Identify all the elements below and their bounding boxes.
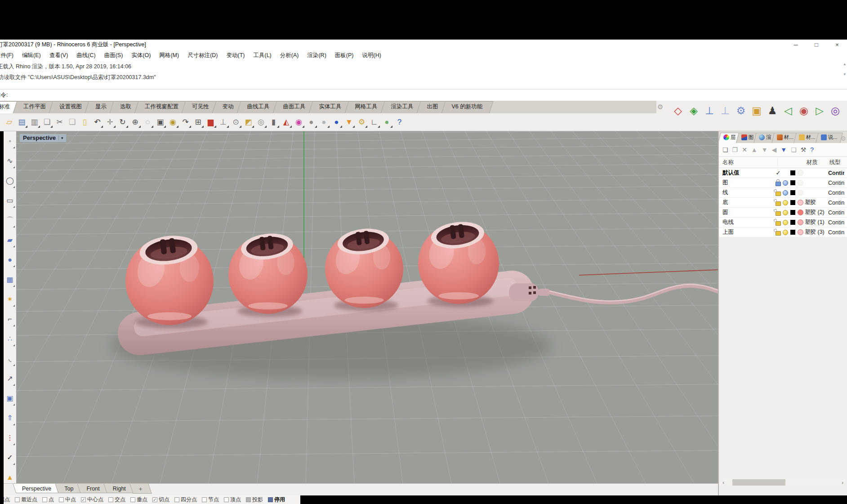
shaded-view-icon[interactable]: ● <box>306 116 317 128</box>
ghosted-view-icon[interactable]: ● <box>318 116 330 128</box>
toolbar-tab-2[interactable]: 工作平面 <box>17 101 53 113</box>
array-icon[interactable]: ⋮ <box>4 428 16 448</box>
history-scrollbar[interactable]: ▴ ▾ <box>843 62 846 76</box>
material-swatch[interactable] <box>798 170 803 176</box>
zoom-extents-icon[interactable]: ▣ <box>155 116 166 128</box>
osnap-顶点[interactable]: 顶点 <box>224 496 241 504</box>
edit-box-icon[interactable]: ▣ <box>750 104 763 117</box>
layer-color-swatch[interactable] <box>790 230 795 235</box>
copy-icon[interactable]: ❏ <box>67 116 78 128</box>
save-icon[interactable]: ▤ <box>16 116 27 128</box>
cplane-front-icon[interactable]: ⊥ <box>719 104 731 117</box>
point-icon[interactable]: ◦ <box>4 131 16 151</box>
layer-color-swatch[interactable] <box>790 180 795 185</box>
osnap-checkbox[interactable] <box>108 497 113 502</box>
shaded-cube-icon[interactable]: ◈ <box>687 104 700 117</box>
history-icon[interactable]: ∟ <box>369 116 380 128</box>
viewport-tab-front[interactable]: Front <box>80 484 105 494</box>
osnap-点[interactable]: 点 <box>42 496 54 504</box>
maximize-button[interactable]: □ <box>813 41 820 48</box>
toolbar-tab-12[interactable]: 网格工具 <box>348 101 384 113</box>
toolbar-tab-11[interactable]: 实体工具 <box>312 101 348 113</box>
group-icon[interactable]: ∴ <box>4 329 16 349</box>
osnap-投影[interactable]: 投影 <box>246 496 263 504</box>
layer-color-swatch[interactable] <box>790 210 795 215</box>
osnap-中点[interactable]: 中点 <box>59 496 76 504</box>
tab-notes[interactable]: 说... <box>818 132 840 143</box>
scroll-right-icon[interactable]: › <box>839 480 846 485</box>
toolbar-tab-7[interactable]: 可见性 <box>185 101 216 113</box>
layer-row-默认值[interactable]: 默认值✓Continuous <box>719 168 847 178</box>
osnap-垂点[interactable]: 垂点 <box>130 496 147 504</box>
prev-view-icon[interactable]: ◁ <box>782 104 794 117</box>
open-file-icon[interactable]: ▱ <box>4 116 15 128</box>
undo-view-icon[interactable]: ↷ <box>180 116 191 128</box>
cut-icon[interactable]: ✂ <box>54 116 65 128</box>
menu-item-7[interactable]: 网格(M) <box>159 52 179 59</box>
rotate-cube-icon[interactable]: ◇ <box>672 104 684 117</box>
toolbar-tab-13[interactable]: 渲染工具 <box>384 101 420 113</box>
toolbar-tab-10[interactable]: 曲面工具 <box>276 101 312 113</box>
viewport-tab-right[interactable]: Right <box>107 484 132 494</box>
zoom-lens-icon[interactable]: ◉ <box>798 104 810 117</box>
scroll-left-icon[interactable]: ‹ <box>720 480 727 485</box>
layer-row-圆[interactable]: 圆塑胶 (2)Continuous <box>719 208 847 218</box>
copy-objects-icon[interactable]: ▣ <box>4 388 16 408</box>
rotate-view-icon[interactable]: ↻ <box>117 116 128 128</box>
surface-icon[interactable]: ▰ <box>4 230 16 250</box>
material-swatch[interactable] <box>798 190 803 196</box>
display-mode-icon[interactable]: ◭ <box>281 116 292 128</box>
arc-icon[interactable]: ⌒ <box>4 210 16 230</box>
export-icon[interactable]: ❏ <box>41 116 53 128</box>
cplane-icon[interactable]: ⊥ <box>218 116 229 128</box>
osnap-停用[interactable]: 停用 <box>268 496 285 504</box>
material-swatch[interactable] <box>798 229 803 235</box>
earth-icon[interactable]: ● <box>381 116 392 128</box>
osnap-checkbox[interactable] <box>202 497 207 502</box>
cplane-top-icon[interactable]: ⊥ <box>703 104 716 117</box>
zoom-in-icon[interactable]: ⊕ <box>129 116 141 128</box>
delete-layer-icon[interactable]: ✕ <box>742 146 747 153</box>
osnap-切点[interactable]: ✓切点 <box>152 496 169 504</box>
duplicate-layer-icon[interactable]: ❐ <box>732 146 738 153</box>
osnap-端点[interactable]: 端点 <box>4 496 10 504</box>
layer-color-swatch[interactable] <box>790 200 795 205</box>
next-view-icon[interactable]: ▷ <box>813 104 826 117</box>
material-swatch[interactable] <box>798 219 803 225</box>
toolbar-tab-14[interactable]: 出图 <box>420 101 445 113</box>
lock-icon[interactable]: ▮ <box>268 116 279 128</box>
perspective-viewport[interactable]: Perspective ▾ <box>16 131 718 483</box>
toolbar-tab-8[interactable]: 变动 <box>216 101 241 113</box>
move-down-icon[interactable]: ▼ <box>762 146 768 153</box>
osnap-最近点[interactable]: 最近点 <box>15 496 37 504</box>
move-left-icon[interactable]: ◀ <box>772 146 777 153</box>
viewport-title-dropdown-icon[interactable]: ▾ <box>58 136 63 140</box>
osnap-checkbox[interactable]: ✓ <box>152 497 157 502</box>
osnap-checkbox[interactable]: ✓ <box>81 497 86 502</box>
color-wheel-icon[interactable]: ◉ <box>293 116 304 128</box>
gears-blue-icon[interactable]: ⚙ <box>735 104 747 117</box>
lock-icon[interactable] <box>776 231 781 236</box>
tab-layers[interactable]: 层 <box>721 132 739 143</box>
menu-item-12[interactable]: 渲染(R) <box>307 52 326 59</box>
print-icon[interactable]: ▥ <box>29 116 40 128</box>
check-icon[interactable]: ✓ <box>4 448 16 468</box>
move-up-icon[interactable]: ▲ <box>751 146 758 153</box>
osnap-checkbox[interactable] <box>268 497 273 502</box>
panel-horizontal-scrollbar[interactable]: ‹ › <box>720 478 846 487</box>
mannequin-icon[interactable]: ♟ <box>766 104 779 117</box>
osnap-checkbox[interactable] <box>42 497 47 502</box>
move-icon[interactable]: ↗ <box>4 369 16 388</box>
viewport-layout-icon[interactable]: ⊞ <box>192 116 204 128</box>
menu-item-14[interactable]: 说明(H) <box>362 52 381 59</box>
osnap-节点[interactable]: 节点 <box>202 496 219 504</box>
ellipse-icon[interactable]: ◯ <box>4 171 16 191</box>
toolbar-tab-3[interactable]: 设置视图 <box>53 101 89 113</box>
toolbar-tab-6[interactable]: 工作视窗配置 <box>138 101 185 113</box>
layer-row-图[interactable]: 图Continuous <box>719 178 847 188</box>
menu-item-10[interactable]: 工具(L) <box>253 52 271 59</box>
osnap-四分点[interactable]: 四分点 <box>174 496 197 504</box>
circle-center-icon[interactable]: ⊙ <box>230 116 241 128</box>
menu-item-4[interactable]: 曲线(C) <box>76 52 95 59</box>
osnap-交点[interactable]: 交点 <box>108 496 125 504</box>
